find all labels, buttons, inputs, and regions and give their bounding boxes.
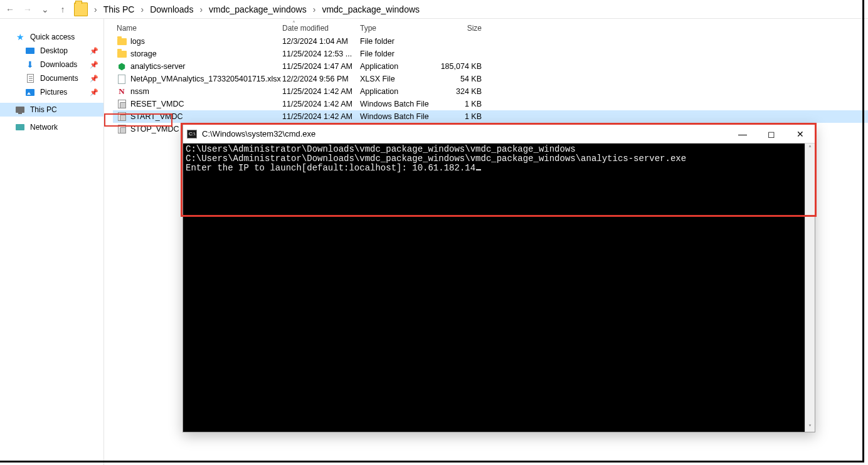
network-icon (15, 122, 25, 132)
cmd-titlebar[interactable]: C:\ C:\Windows\system32\cmd.exe — ◻ ✕ (183, 125, 815, 144)
back-button[interactable]: ← (4, 3, 16, 16)
recent-locations-button[interactable]: ⌄ (39, 3, 51, 16)
file-name: RESET_VMDC (130, 100, 184, 108)
breadcrumb-segment[interactable]: Downloads (150, 4, 193, 14)
file-date: 12/3/2024 1:04 AM (282, 37, 360, 46)
file-date: 11/25/2024 1:42 AM (282, 112, 360, 121)
cmd-scrollbar[interactable]: ˄ ˅ (805, 144, 815, 432)
file-date: 11/25/2024 1:42 AM (282, 100, 360, 108)
file-size: 1 KB (435, 112, 482, 121)
folder-icon (74, 3, 88, 16)
pin-icon: 📌 (90, 47, 98, 55)
nav-pictures[interactable]: Pictures 📌 (0, 85, 103, 99)
file-type: XLSX File (360, 75, 435, 83)
breadcrumb-segment[interactable]: This PC (103, 4, 135, 14)
file-type: Application (360, 87, 435, 96)
file-date: 11/25/2024 1:42 AM (282, 87, 360, 96)
breadcrumb-segment[interactable]: vmdc_package_windows (209, 4, 307, 14)
star-icon: ★ (15, 32, 25, 42)
file-name: analytics-server (130, 62, 186, 71)
file-size: 185,074 KB (435, 62, 482, 71)
minimize-button[interactable]: — (728, 125, 757, 144)
file-size: 324 KB (435, 87, 482, 96)
pictures-icon (25, 87, 35, 97)
up-button[interactable]: ↑ (56, 3, 69, 16)
cmd-line: C:\Users\Administrator\Downloads\vmdc_pa… (186, 144, 576, 154)
pin-icon: 📌 (90, 88, 98, 97)
column-headers: Name Date modified Type Size (113, 19, 868, 35)
column-header-size[interactable]: Size (435, 24, 482, 33)
file-type: Windows Batch File (360, 100, 435, 108)
file-row[interactable]: logs12/3/2024 1:04 AMFile folder (113, 35, 868, 48)
file-row[interactable]: NetApp_VMAnalytics_1733205401715.xlsx12/… (113, 73, 868, 85)
nav-label: Documents (40, 74, 78, 83)
nav-label: This PC (30, 105, 57, 114)
nav-label: Pictures (40, 88, 67, 97)
chevron-right-icon: › (93, 4, 98, 14)
cmd-icon: C:\ (187, 130, 197, 138)
cmd-line: Enter the IP to launch[default:localhost… (186, 163, 481, 173)
nav-label: Quick access (30, 33, 75, 41)
pin-icon: 📌 (90, 61, 98, 69)
nav-label: Downloads (40, 60, 77, 69)
file-name: nssm (130, 87, 149, 96)
chevron-right-icon: › (198, 4, 204, 14)
chevron-right-icon: › (139, 4, 145, 14)
file-type: Application (360, 62, 435, 71)
cmd-window: C:\ C:\Windows\system32\cmd.exe — ◻ ✕ C:… (183, 124, 815, 432)
file-row[interactable]: ⬢analytics-server11/25/2024 1:47 AMAppli… (113, 60, 868, 73)
documents-icon (25, 73, 35, 83)
file-row[interactable]: RESET_VMDC11/25/2024 1:42 AMWindows Batc… (113, 98, 868, 110)
nav-network[interactable]: Network (0, 120, 103, 134)
column-header-type[interactable]: Type (360, 24, 435, 33)
sort-indicator-icon: ˄ (292, 20, 295, 27)
nav-quick-access[interactable]: ★ Quick access (0, 30, 103, 44)
nav-downloads[interactable]: ⬇ Downloads 📌 (0, 58, 103, 71)
navigation-pane: ★ Quick access Desktop 📌 ⬇ Downloads 📌 D… (0, 19, 104, 465)
file-type: File folder (360, 37, 435, 46)
pc-icon (15, 105, 25, 115)
file-row[interactable]: START_VMDC11/25/2024 1:42 AMWindows Batc… (113, 110, 868, 123)
scroll-up-icon[interactable]: ˄ (808, 144, 812, 153)
file-date: 11/25/2024 1:47 AM (282, 62, 360, 71)
desktop-icon (25, 46, 35, 56)
cmd-title: C:\Windows\system32\cmd.exe (202, 129, 315, 138)
downloads-icon: ⬇ (25, 60, 35, 70)
pin-icon: 📌 (90, 75, 98, 83)
file-date: 12/2/2024 9:56 PM (282, 75, 360, 83)
address-bar: ← → ⌄ ↑ › This PC › Downloads › vmdc_pac… (0, 0, 868, 19)
file-size: 1 KB (435, 100, 482, 108)
chevron-right-icon: › (312, 4, 317, 14)
nav-label: Desktop (40, 46, 68, 55)
file-row[interactable]: storage11/25/2024 12:53 ...File folder (113, 48, 868, 60)
nav-label: Network (30, 123, 58, 132)
maximize-button[interactable]: ◻ (757, 125, 786, 144)
file-name: NetApp_VMAnalytics_1733205401715.xlsx (130, 75, 281, 83)
cmd-line: C:\Users\Administrator\Downloads\vmdc_pa… (186, 154, 686, 164)
file-row[interactable]: Nnssm11/25/2024 1:42 AMApplication324 KB (113, 85, 868, 98)
file-type: File folder (360, 50, 435, 58)
file-type: Windows Batch File (360, 112, 435, 121)
close-button[interactable]: ✕ (786, 125, 815, 144)
file-name: storage (130, 50, 157, 58)
nav-desktop[interactable]: Desktop 📌 (0, 44, 103, 58)
file-date: 11/25/2024 12:53 ... (282, 50, 360, 58)
file-name: logs (130, 37, 145, 46)
forward-button[interactable]: → (21, 3, 34, 16)
scroll-down-icon[interactable]: ˅ (808, 422, 812, 432)
file-name: START_VMDC (130, 112, 183, 121)
file-size: 54 KB (435, 75, 482, 83)
nav-this-pc[interactable]: This PC (0, 103, 103, 117)
file-name: STOP_VMDC (130, 125, 179, 133)
column-header-name[interactable]: Name (113, 24, 282, 33)
cmd-output[interactable]: C:\Users\Administrator\Downloads\vmdc_pa… (183, 144, 805, 432)
nav-documents[interactable]: Documents 📌 (0, 71, 103, 85)
breadcrumb-segment[interactable]: vmdc_package_windows (322, 4, 420, 14)
cursor-icon (476, 169, 481, 170)
